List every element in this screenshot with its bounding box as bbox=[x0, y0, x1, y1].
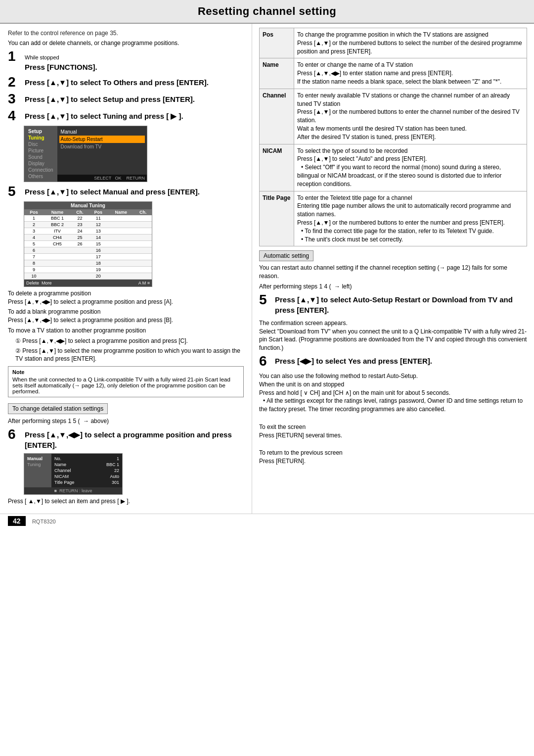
table-row: 919 bbox=[24, 266, 152, 273]
step-6-right-num: 6 bbox=[259, 354, 273, 368]
move-station-text: To move a TV station to another programm… bbox=[8, 327, 244, 335]
step-2-num: 2 bbox=[8, 75, 23, 89]
station-detail-bottom: ■ RETURN : leave bbox=[24, 487, 122, 494]
station-detail-item-tuning: Tuning bbox=[27, 462, 48, 468]
step-2-text: Press [▲,▼] to select To Others and pres… bbox=[25, 75, 244, 88]
manual-tuning-bottom: Delete More A M ≡ bbox=[24, 280, 152, 286]
table-row: 717 bbox=[24, 253, 152, 260]
info-label-nicam: NICAM bbox=[260, 144, 294, 191]
menu-item-setup: Setup bbox=[28, 128, 53, 135]
step-6-text: Press [▲,▼,◀▶] to select a programme pos… bbox=[25, 427, 244, 450]
col-name2: Name bbox=[108, 209, 134, 215]
table-row: 616 bbox=[24, 247, 152, 253]
menu-item-connection: Connection bbox=[28, 167, 53, 173]
section-label-box: To change detailed station settings bbox=[8, 403, 108, 414]
step-5: 5 Press [▲,▼] to select Manual and press… bbox=[8, 185, 244, 198]
page-title: Resetting channel setting bbox=[0, 0, 534, 24]
model-number: RQT8320 bbox=[32, 519, 56, 524]
col-ch2: Ch. bbox=[134, 209, 152, 215]
col-pos1: Pos bbox=[24, 209, 44, 215]
step-6-num: 6 bbox=[8, 427, 23, 441]
move-step2: ② Press [▲,▼] to select the new programm… bbox=[15, 347, 244, 364]
col-pos2: Pos bbox=[89, 209, 108, 215]
info-content-nicam: To select the type of sound to be record… bbox=[294, 144, 527, 191]
nicam-bullet: Select "Off" if you want to record the n… bbox=[297, 164, 502, 188]
step-5-right-num: 5 bbox=[259, 293, 273, 307]
step-1: 1 While stopped Press [FUNCTIONS]. bbox=[8, 49, 244, 72]
manual-tuning-title: Manual Tuning bbox=[24, 202, 152, 209]
left-column: Refer to the control reference on page 3… bbox=[0, 24, 252, 514]
auto-setting-text: You can restart auto channel setting if … bbox=[259, 264, 527, 281]
menu-right-panel: Manual Auto-Setup Restart Download from … bbox=[57, 126, 147, 182]
info-row-nicam: NICAM To select the type of sound to be … bbox=[260, 144, 527, 191]
val-row-titlepage: Title Page301 bbox=[54, 479, 119, 485]
intro-text: You can add or delete channels, or chang… bbox=[8, 39, 244, 47]
move-step1: ① Press [▲,▼,◀▶] to select a programme p… bbox=[15, 337, 244, 345]
right-column: Pos To change the programme position in … bbox=[252, 24, 534, 514]
menu-bottom-bar: SELECT OK RETURN bbox=[57, 175, 147, 182]
step-4-text: Press [▲,▼] to select Tuning and press [… bbox=[25, 109, 244, 121]
menu-item-tuning: Tuning bbox=[28, 135, 53, 141]
press-select-text: Press [ ▲,▼] to select an item and press… bbox=[8, 497, 244, 506]
menu-item-disc: Disc bbox=[28, 141, 53, 147]
footer: 42 RQT8320 bbox=[0, 514, 534, 528]
info-label-titlepage: Title Page bbox=[260, 191, 294, 246]
step-4-num: 4 bbox=[8, 109, 23, 123]
table-row: 4CH42514 bbox=[24, 234, 152, 240]
table-row: 5CH52615 bbox=[24, 240, 152, 247]
table-row: 1BBC 12211 bbox=[24, 215, 152, 222]
step-1-label: While stopped bbox=[25, 54, 59, 60]
return-prev-text: To return to the previous screen Press [… bbox=[259, 449, 527, 466]
step-1-text: While stopped Press [FUNCTIONS]. bbox=[25, 49, 244, 72]
add-blank-text: To add a blank programme position Press … bbox=[8, 308, 244, 325]
also-bullet: All the settings except for the ratings … bbox=[259, 397, 523, 413]
info-label-name: Name bbox=[260, 58, 294, 89]
step-1-content: Press [FUNCTIONS]. bbox=[25, 63, 97, 71]
step-1-num: 1 bbox=[8, 49, 23, 63]
menu-item-others: Others bbox=[28, 173, 53, 180]
col-name1: Name bbox=[44, 209, 71, 215]
table-row: 818 bbox=[24, 260, 152, 266]
step-3: 3 Press [▲,▼] to select Setup and press … bbox=[8, 92, 244, 106]
exit-screen-text: To exit the screen Press [RETURN] severa… bbox=[259, 423, 527, 440]
menu-item-manual: Manual bbox=[59, 128, 145, 136]
step-4: 4 Press [▲,▼] to select Tuning and press… bbox=[8, 109, 244, 123]
station-detail-menu: Manual Tuning bbox=[24, 454, 51, 487]
step-5-right-text: Press [▲,▼] to select Auto-Setup Restart… bbox=[275, 293, 527, 315]
info-content-titlepage: To enter the Teletext title page for a c… bbox=[294, 191, 527, 246]
step-6-left: 6 Press [▲,▼,◀▶] to select a programme p… bbox=[8, 427, 244, 450]
manual-tuning-screenshot: Manual Tuning Pos Name Ch. Pos Name Ch. … bbox=[24, 201, 152, 287]
note-text: When the unit connected to a Q Link-comp… bbox=[12, 377, 239, 394]
station-detail-screenshot: Manual Tuning No.1 NameBBC 1 Channel22 N… bbox=[24, 453, 123, 495]
step-5-text: Press [▲,▼] to select Manual and press [… bbox=[25, 185, 244, 197]
ref-text: Refer to the control reference on page 3… bbox=[8, 30, 244, 37]
confirm-text: The confirmation screen appears. Select … bbox=[259, 319, 527, 352]
station-detail-inner: Manual Tuning No.1 NameBBC 1 Channel22 N… bbox=[24, 454, 122, 487]
table-row: 2BBC 22312 bbox=[24, 221, 152, 228]
info-content-name: To enter or change the name of a TV stat… bbox=[294, 58, 527, 89]
step-3-num: 3 bbox=[8, 92, 23, 106]
info-table: Pos To change the programme position in … bbox=[259, 28, 527, 246]
titlepage-bullet2: The unit's clock must be set correctly. bbox=[301, 236, 403, 243]
val-row-no: No.1 bbox=[54, 456, 119, 462]
note-title: Note bbox=[12, 369, 239, 375]
station-detail-item-manual: Manual bbox=[27, 456, 48, 462]
info-row-pos: Pos To change the programme position in … bbox=[260, 28, 527, 58]
menu-item-sound: Sound bbox=[28, 154, 53, 160]
delete-pos-text: To delete a programme position Press [▲,… bbox=[8, 289, 244, 306]
table-row: 3ITV2413 bbox=[24, 228, 152, 234]
delete-more-label: Delete More bbox=[26, 281, 52, 285]
after-steps-left: After performing steps 1 5 ( → above) bbox=[8, 417, 244, 425]
step-6-right-text: Press [◀▶] to select Yes and press [ENTE… bbox=[275, 354, 527, 366]
info-label-pos: Pos bbox=[260, 28, 294, 58]
menu-item-autorestart: Auto-Setup Restart bbox=[59, 136, 145, 143]
menu-right-items: Manual Auto-Setup Restart Download from … bbox=[57, 126, 147, 152]
page-number-badge: 42 bbox=[8, 516, 26, 526]
titlepage-bullet1: To find the correct title page for the s… bbox=[301, 228, 494, 235]
val-row-nicam: NICAMAuto bbox=[54, 473, 119, 479]
step-5-num: 5 bbox=[8, 185, 23, 198]
info-label-channel: Channel bbox=[260, 89, 294, 144]
manual-tuning-header: Pos Name Ch. Pos Name Ch. bbox=[24, 209, 152, 215]
col-ch1: Ch. bbox=[71, 209, 89, 215]
info-row-name: Name To enter or change the name of a TV… bbox=[260, 58, 527, 89]
